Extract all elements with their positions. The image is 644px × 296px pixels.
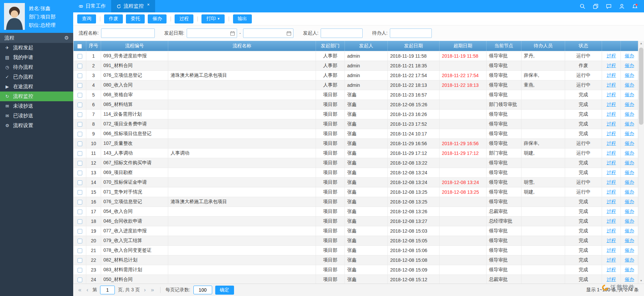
confirm-button[interactable]: 确定 <box>215 286 234 295</box>
process-button[interactable]: 过程 <box>175 14 193 23</box>
process-link[interactable]: 过程 <box>607 189 616 194</box>
urge-link[interactable]: 催办 <box>625 228 634 233</box>
urge-link[interactable]: 催办 <box>625 267 634 272</box>
process-link[interactable]: 过程 <box>607 199 616 204</box>
first-page-button[interactable]: « <box>77 287 82 293</box>
scroll-down-arrow[interactable]: ▼ <box>638 278 644 284</box>
row-checkbox[interactable] <box>78 93 82 98</box>
process-link[interactable]: 过程 <box>607 102 616 107</box>
void-button[interactable]: 作废 <box>104 14 123 23</box>
gear-icon[interactable]: ⚙ <box>64 35 69 41</box>
urge-link[interactable]: 催办 <box>625 189 634 194</box>
row-checkbox[interactable] <box>78 54 82 59</box>
next-page-button[interactable]: › <box>143 287 147 293</box>
row-checkbox[interactable] <box>78 161 82 166</box>
urge-link[interactable]: 催办 <box>625 102 634 107</box>
sidebar-item-done-process[interactable]: ✓ 已办流程 <box>0 72 73 82</box>
urge-link[interactable]: 催办 <box>625 53 634 58</box>
urge-link[interactable]: 催办 <box>625 277 634 282</box>
select-all-checkbox[interactable] <box>77 44 82 49</box>
search-icon[interactable] <box>580 3 586 9</box>
process-link[interactable]: 过程 <box>607 238 616 243</box>
last-page-button[interactable]: » <box>150 287 155 293</box>
process-link[interactable]: 过程 <box>607 53 616 58</box>
urge-link[interactable]: 催办 <box>625 209 634 214</box>
process-link[interactable]: 过程 <box>607 160 616 165</box>
row-checkbox[interactable] <box>78 132 82 136</box>
user-icon[interactable] <box>619 3 625 9</box>
urge-link[interactable]: 催办 <box>625 160 634 165</box>
process-link[interactable]: 过程 <box>607 170 616 175</box>
urge-link[interactable]: 催办 <box>625 92 634 97</box>
process-link[interactable]: 过程 <box>607 257 616 262</box>
urge-link[interactable]: 催办 <box>625 170 634 175</box>
row-checkbox[interactable] <box>78 103 82 107</box>
window-icon[interactable] <box>593 3 599 9</box>
query-button[interactable]: 查询 <box>77 14 96 23</box>
process-link[interactable]: 过程 <box>607 209 616 214</box>
process-link[interactable]: 过程 <box>607 267 616 272</box>
urge-link[interactable]: 催办 <box>625 199 634 204</box>
row-checkbox[interactable] <box>78 141 82 146</box>
process-link[interactable]: 过程 <box>607 92 616 97</box>
chat-icon[interactable] <box>606 3 612 9</box>
process-link[interactable]: 过程 <box>607 140 616 146</box>
process-link[interactable]: 过程 <box>607 63 616 68</box>
row-checkbox[interactable] <box>78 64 82 68</box>
urge-link[interactable]: 催办 <box>625 218 634 224</box>
urge-button[interactable]: 催办 <box>148 14 167 23</box>
sidebar-item-unread-cc[interactable]: ✉ 未读抄送 <box>0 101 73 111</box>
urge-link[interactable]: 催办 <box>625 111 634 117</box>
row-checkbox[interactable] <box>78 180 82 185</box>
row-checkbox[interactable] <box>78 210 82 214</box>
urge-link[interactable]: 催办 <box>625 63 634 68</box>
scrollbar-thumb[interactable] <box>639 48 643 125</box>
page-input[interactable] <box>100 286 115 294</box>
process-link[interactable]: 过程 <box>607 111 616 117</box>
export-button[interactable]: 输出 <box>233 14 252 23</box>
row-checkbox[interactable] <box>78 219 82 224</box>
process-link[interactable]: 过程 <box>607 277 616 282</box>
process-link[interactable]: 过程 <box>607 131 616 136</box>
row-checkbox[interactable] <box>78 83 82 88</box>
urge-link[interactable]: 催办 <box>625 82 634 87</box>
urge-link[interactable]: 催办 <box>625 150 634 156</box>
process-link[interactable]: 过程 <box>607 218 616 224</box>
sidebar-item-in-transit-process[interactable]: ▶ 在途流程 <box>0 82 73 92</box>
sidebar-item-my-applications[interactable]: ▤ 我的申请 <box>0 53 73 62</box>
row-checkbox[interactable] <box>78 258 82 263</box>
calendar-icon[interactable] <box>286 31 291 36</box>
initiator-input[interactable] <box>321 28 363 38</box>
urge-link[interactable]: 催办 <box>625 131 634 136</box>
start-date-from-input[interactable] <box>187 28 237 38</box>
row-checkbox[interactable] <box>78 112 82 117</box>
urge-link[interactable]: 催办 <box>625 121 634 126</box>
calendar-icon[interactable] <box>230 31 235 36</box>
sidebar-item-process-settings[interactable]: ⚙ 流程设置 <box>0 121 73 130</box>
row-checkbox[interactable] <box>78 122 82 127</box>
process-link[interactable]: 过程 <box>607 228 616 233</box>
scroll-up-arrow[interactable]: ▲ <box>638 41 644 46</box>
row-checkbox[interactable] <box>78 268 82 273</box>
sidebar-item-todo-process[interactable]: ◷ 待办流程 <box>0 62 73 72</box>
row-checkbox[interactable] <box>78 73 82 78</box>
process-link[interactable]: 过程 <box>607 121 616 126</box>
sidebar-item-read-cc[interactable]: ✉ 已读抄送 <box>0 111 73 121</box>
urge-link[interactable]: 催办 <box>625 257 634 262</box>
sidebar-item-process-start[interactable]: ✈ 流程发起 <box>0 43 73 53</box>
process-link[interactable]: 过程 <box>607 72 616 78</box>
urge-link[interactable]: 催办 <box>625 140 634 146</box>
process-link[interactable]: 过程 <box>607 82 616 87</box>
tab-close-icon[interactable]: × <box>147 2 150 7</box>
row-checkbox[interactable] <box>78 278 82 282</box>
row-checkbox[interactable] <box>78 248 82 253</box>
urge-link[interactable]: 催办 <box>625 238 634 243</box>
assignee-input[interactable] <box>390 28 432 38</box>
sidebar-item-process-monitor[interactable]: ↻ 流程监控 <box>0 92 73 101</box>
urge-link[interactable]: 催办 <box>625 247 634 253</box>
urge-link[interactable]: 催办 <box>625 179 634 185</box>
process-link[interactable]: 过程 <box>607 247 616 253</box>
row-checkbox[interactable] <box>78 171 82 175</box>
process-name-input[interactable] <box>101 28 155 38</box>
row-checkbox[interactable] <box>78 151 82 156</box>
